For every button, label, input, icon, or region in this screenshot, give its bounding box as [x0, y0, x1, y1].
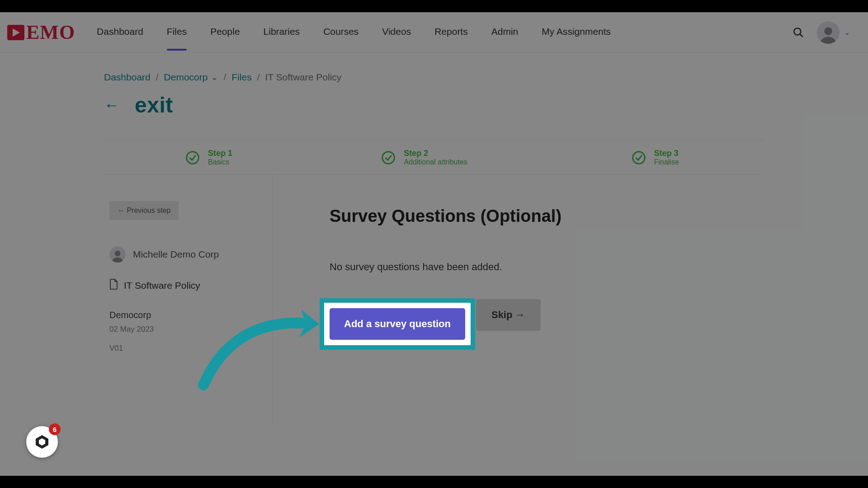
nav-people[interactable]: People [210, 26, 240, 39]
step-title: Step 3 [654, 149, 679, 158]
step-3[interactable]: Step 3 Finalise [514, 149, 764, 166]
crumb-files[interactable]: Files [231, 72, 251, 83]
svg-point-2 [794, 28, 801, 35]
user-menu[interactable]: ⌄ [817, 21, 850, 44]
nav-dashboard[interactable]: Dashboard [97, 26, 143, 39]
svg-point-6 [382, 151, 395, 164]
svg-point-5 [187, 151, 199, 164]
check-circle-icon [381, 150, 396, 165]
crumb-dashboard[interactable]: Dashboard [104, 72, 151, 83]
nav-reports[interactable]: Reports [434, 26, 468, 39]
check-circle-icon [632, 150, 646, 165]
nav-files[interactable]: Files [167, 26, 187, 39]
nav-admin[interactable]: Admin [491, 26, 519, 39]
step-subtitle: Additional attributes [404, 158, 467, 166]
app-header: EMO Dashboard Files People Libraries Cou… [0, 12, 868, 53]
svg-point-7 [632, 151, 645, 164]
nav-my-assignments[interactable]: My Assignments [542, 26, 611, 39]
chevron-down-icon: ⌄ [844, 28, 850, 37]
skip-button[interactable]: Skip → [476, 299, 541, 331]
step-title: Step 2 [404, 149, 467, 158]
main-nav: Dashboard Files People Libraries Courses… [97, 26, 611, 39]
logo[interactable]: EMO [6, 21, 97, 44]
user-avatar-icon [109, 246, 126, 263]
nav-libraries[interactable]: Libraries [264, 26, 300, 39]
svg-point-4 [824, 27, 832, 35]
chevron-down-icon[interactable]: ⌄ [211, 72, 218, 82]
svg-point-8 [115, 251, 121, 257]
step-1[interactable]: Step 1 Basics [104, 149, 318, 166]
side-panel: ← Previous step Michelle Demo Corp IT So… [104, 175, 273, 425]
crumb-separator: / [156, 72, 159, 83]
back-arrow-icon[interactable]: ← [104, 96, 119, 114]
breadcrumb: Dashboard / Democorp ⌄ / Files / IT Soft… [104, 72, 764, 83]
add-survey-question-button[interactable]: Add a survey question [330, 308, 465, 340]
document-version: V01 [109, 344, 259, 353]
check-circle-icon [185, 150, 200, 165]
exit-button[interactable]: exit [135, 93, 173, 117]
nav-videos[interactable]: Videos [382, 26, 411, 39]
document-title: IT Software Policy [124, 280, 200, 291]
previous-step-button[interactable]: ← Previous step [109, 201, 179, 220]
crumb-democorp[interactable]: Democorp [164, 72, 208, 83]
document-date: 02 May 2023 [109, 325, 259, 334]
crumb-separator: / [223, 72, 226, 83]
step-subtitle: Finalise [654, 158, 679, 166]
step-title: Step 1 [208, 149, 232, 158]
step-2[interactable]: Step 2 Additional attributes [318, 149, 514, 166]
avatar-icon [817, 21, 840, 44]
nav-courses[interactable]: Courses [323, 26, 359, 39]
step-subtitle: Basics [208, 158, 232, 166]
user-name: Michelle Demo Corp [133, 249, 219, 260]
page-title: Survey Questions (Optional) [330, 206, 764, 226]
crumb-separator: / [257, 72, 260, 83]
svg-line-3 [800, 34, 803, 37]
step-indicator: Step 1 Basics Step 2 Additional attribut… [104, 140, 764, 175]
main-panel: Survey Questions (Optional) No survey qu… [273, 175, 764, 425]
search-icon[interactable] [793, 27, 804, 38]
help-widget-button[interactable]: 6 [26, 426, 58, 458]
crumb-current: IT Software Policy [265, 72, 341, 83]
org-name: Democorp [109, 310, 259, 320]
empty-state-text: No survey questions have been added. [330, 261, 764, 273]
document-icon [109, 279, 118, 292]
notification-badge: 6 [49, 423, 61, 435]
